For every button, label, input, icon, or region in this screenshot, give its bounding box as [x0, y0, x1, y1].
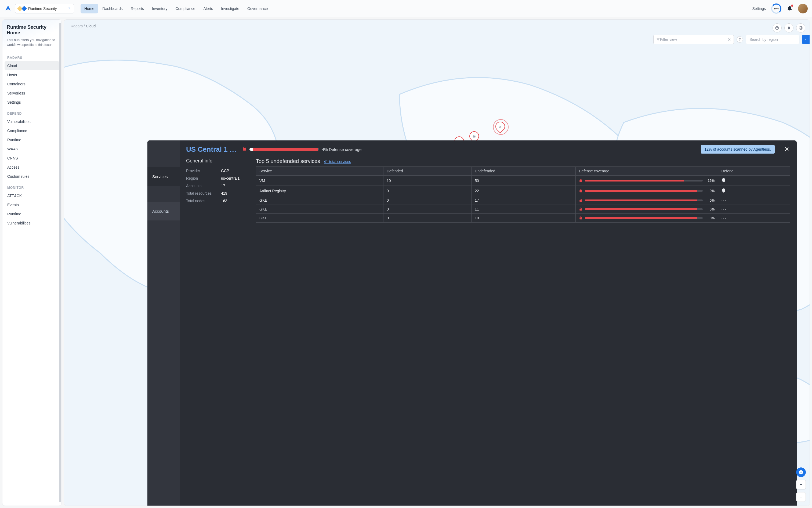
- shield-icon[interactable]: [721, 189, 726, 194]
- sidebar-item-containers[interactable]: Containers: [5, 80, 59, 89]
- filter-help-icon[interactable]: ?: [736, 36, 743, 43]
- map-marker[interactable]: ◉: [469, 131, 479, 141]
- service-row[interactable]: GKE0110%···: [256, 205, 790, 214]
- settings-link[interactable]: Settings: [752, 6, 766, 11]
- sidebar-item-att&ck[interactable]: ATT&CK: [5, 191, 59, 200]
- agentless-banner[interactable]: 12% of accounts scanned by Agentless.: [701, 145, 775, 154]
- close-panel-icon[interactable]: ✕: [783, 145, 790, 154]
- sidebar-item-hosts[interactable]: Hosts: [5, 70, 59, 80]
- search-region-input[interactable]: [746, 35, 799, 44]
- panel-tab-services[interactable]: Services: [147, 167, 180, 186]
- col-service: Service: [256, 167, 383, 176]
- topbar-right: Settings 80%: [752, 3, 808, 14]
- search-input-field[interactable]: [750, 37, 797, 42]
- clear-filter-icon[interactable]: ✕: [727, 37, 731, 42]
- map-float-controls: + −: [796, 467, 806, 502]
- sidebar-group-monitor: MONITOR: [5, 184, 59, 191]
- breadcrumb-current: Cloud: [86, 24, 96, 28]
- filter-view-input[interactable]: ✕: [653, 35, 734, 44]
- sidebar-header: Runtime Security Home This hub offers yo…: [2, 19, 61, 51]
- sidebar-item-waas[interactable]: WAAS: [5, 144, 59, 154]
- sidebar-item-vulnerabilities[interactable]: Vulnerabilities: [5, 117, 59, 126]
- notifications-bell-icon[interactable]: [787, 5, 793, 12]
- services-heading: Top 5 undefended services: [256, 158, 320, 164]
- sidebar-item-serverless[interactable]: Serverless: [5, 89, 59, 98]
- sidebar-item-vulnerabilities[interactable]: Vulnerabilities: [5, 219, 59, 228]
- nav-compliance[interactable]: Compliance: [172, 4, 199, 13]
- region-detail-panel: ServicesAccounts US Central 1 … 4% Defen…: [147, 140, 797, 506]
- nav-governance[interactable]: Governance: [244, 4, 271, 13]
- sidebar-item-cnns[interactable]: CNNS: [5, 154, 59, 163]
- nav-inventory[interactable]: Inventory: [148, 4, 171, 13]
- canvas-icon-controls: [773, 24, 805, 33]
- map-marker[interactable]: a: [496, 122, 505, 131]
- nav-alerts[interactable]: Alerts: [200, 4, 217, 13]
- service-row[interactable]: VM105016%: [256, 176, 790, 186]
- services-table: ServiceDefendedUndefendedDefense coverag…: [256, 166, 790, 222]
- alerts-icon[interactable]: [784, 24, 794, 33]
- panel-tab-accounts[interactable]: Accounts: [147, 202, 180, 220]
- panel-tabs: ServicesAccounts: [147, 140, 180, 506]
- sidebar-group-defend: DEFEND: [5, 110, 59, 117]
- general-info-heading: General info: [186, 158, 248, 164]
- info-row-accounts: Accounts17: [186, 182, 248, 189]
- panel-header: US Central 1 … 4% Defense coverage 12% o…: [180, 140, 797, 158]
- sidebar-item-compliance[interactable]: Compliance: [5, 126, 59, 135]
- service-row[interactable]: GKE0100%···: [256, 214, 790, 222]
- nav-dashboards[interactable]: Dashboards: [98, 4, 126, 13]
- sidebar-item-runtime[interactable]: Runtime: [5, 135, 59, 144]
- nav-investigate[interactable]: Investigate: [217, 4, 243, 13]
- col-defended: Defended: [383, 167, 471, 176]
- col-defense-coverage: Defense coverage: [575, 167, 718, 176]
- nav-home[interactable]: Home: [81, 4, 98, 13]
- help-icon[interactable]: [773, 24, 782, 33]
- unlock-icon: [242, 146, 247, 152]
- chevron-down-icon: [68, 6, 71, 11]
- radar-icon[interactable]: [796, 24, 805, 33]
- topbar: Runtime Security HomeDashboardsReportsIn…: [0, 0, 812, 17]
- zoom-out-button[interactable]: −: [796, 492, 806, 502]
- top-nav: HomeDashboardsReportsInventoryCompliance…: [81, 4, 271, 13]
- breadcrumb: Radars / Cloud: [71, 24, 96, 28]
- focus-selector[interactable]: Runtime Security: [15, 4, 74, 13]
- col-defend: Defend: [718, 167, 790, 176]
- more-icon[interactable]: ···: [721, 216, 727, 220]
- info-row-region: Regionus-central1: [186, 174, 248, 182]
- col-undefended: Undefended: [472, 167, 576, 176]
- info-row-total-nodes: Total nodes163: [186, 197, 248, 205]
- coverage-text: 4% Defense coverage: [322, 147, 362, 152]
- zoom-in-button[interactable]: +: [796, 480, 806, 490]
- service-row[interactable]: GKE0170%···: [256, 196, 790, 205]
- breadcrumb-parent[interactable]: Radars: [71, 24, 83, 28]
- user-avatar[interactable]: [798, 4, 808, 13]
- app-logo-icon: [4, 5, 12, 12]
- total-services-link[interactable]: 41 total services: [324, 160, 351, 164]
- services-column: Top 5 undefended services 41 total servi…: [256, 158, 790, 222]
- coverage-bar: 4% Defense coverage: [242, 146, 695, 152]
- selector-icons: [18, 7, 26, 10]
- sidebar-item-custom-rules[interactable]: Custom rules: [5, 172, 59, 181]
- sidebar-description: This hub offers you navigation to workfl…: [7, 38, 57, 47]
- progress-ring[interactable]: 80%: [771, 3, 781, 14]
- service-row[interactable]: Artifact Registry0220%: [256, 186, 790, 196]
- svg-point-2: [801, 28, 801, 28]
- sidebar-item-cloud[interactable]: Cloud: [5, 61, 59, 70]
- sidebar-item-access[interactable]: Access: [5, 163, 59, 172]
- collapse-panel-button[interactable]: [802, 35, 810, 44]
- nav-reports[interactable]: Reports: [127, 4, 148, 13]
- sidebar-item-runtime[interactable]: Runtime: [5, 209, 59, 219]
- sidebar-group-radars: RADARS: [5, 54, 59, 61]
- more-icon[interactable]: ···: [721, 198, 727, 203]
- sidebar-item-settings[interactable]: Settings: [5, 98, 59, 107]
- sidebar-title: Runtime Security Home: [7, 25, 57, 36]
- sidebar: Runtime Security Home This hub offers yo…: [2, 19, 62, 506]
- info-row-provider: ProviderGCP: [186, 167, 248, 174]
- sidebar-item-events[interactable]: Events: [5, 200, 59, 209]
- shield-icon[interactable]: [721, 179, 726, 183]
- general-info: General info ProviderGCPRegionus-central…: [186, 158, 248, 222]
- info-row-total-resources: Total resources419: [186, 189, 248, 197]
- filter-icon: [656, 38, 660, 41]
- more-icon[interactable]: ···: [721, 207, 727, 211]
- map-guide-icon[interactable]: [796, 467, 806, 477]
- filter-input-field[interactable]: [660, 37, 727, 42]
